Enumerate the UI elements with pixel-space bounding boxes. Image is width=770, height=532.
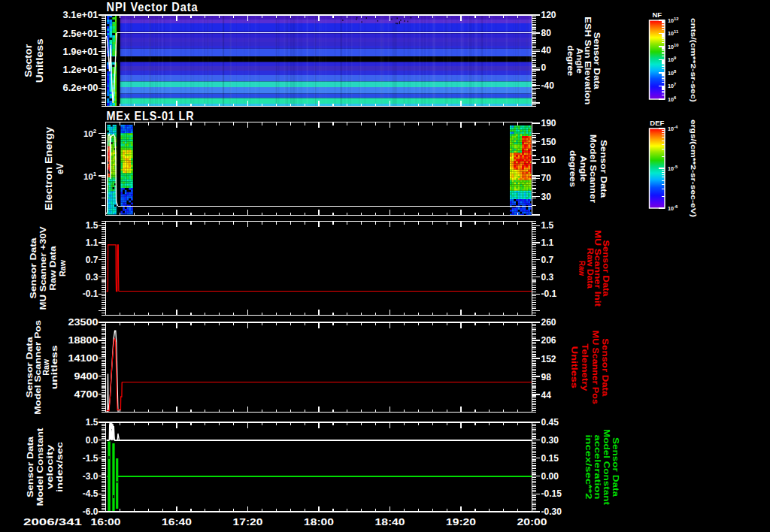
svg-text:ergs/(cm**2-sr-sec-eV): ergs/(cm**2-sr-sec-eV)	[690, 119, 696, 217]
svg-text:1.5: 1.5	[86, 417, 99, 428]
svg-text:17:20: 17:20	[233, 516, 263, 527]
svg-text:cnts/(cm**2-sr-sec): cnts/(cm**2-sr-sec)	[690, 18, 696, 102]
svg-text:14100: 14100	[68, 353, 99, 364]
svg-text:1.1: 1.1	[541, 237, 554, 248]
svg-text:0.30: 0.30	[541, 435, 559, 446]
svg-text:MEx ELS-01 LR: MEx ELS-01 LR	[107, 109, 195, 122]
svg-text:-1.5: -1.5	[83, 453, 99, 464]
svg-text:MU Scanner +30V: MU Scanner +30V	[38, 226, 47, 310]
svg-text:Sensor Data: Sensor Data	[593, 32, 602, 90]
svg-text:2.5e+01: 2.5e+01	[63, 29, 99, 39]
svg-text:98: 98	[541, 372, 552, 382]
svg-text:206: 206	[541, 335, 556, 346]
svg-text:18:40: 18:40	[375, 516, 405, 527]
svg-text:acceleration: acceleration	[593, 435, 602, 500]
svg-text:DEF: DEF	[650, 119, 664, 127]
svg-text:6.2e+00: 6.2e+00	[63, 83, 99, 93]
svg-text:40: 40	[541, 45, 552, 56]
svg-text:190: 190	[541, 118, 556, 128]
svg-text:velocity: velocity	[45, 444, 54, 489]
svg-text:1.5: 1.5	[86, 220, 99, 231]
svg-text:2006/341: 2006/341	[23, 516, 83, 527]
svg-text:-4.5: -4.5	[83, 488, 99, 499]
svg-text:0.45: 0.45	[541, 417, 559, 428]
svg-text:1.5: 1.5	[541, 220, 554, 231]
svg-text:0.00: 0.00	[541, 471, 559, 482]
svg-text:1.1: 1.1	[86, 237, 99, 248]
svg-text:0.7: 0.7	[86, 255, 99, 265]
svg-text:Angle: Angle	[575, 48, 584, 74]
svg-text:110: 110	[541, 155, 556, 165]
svg-text:Sensor Data: Sensor Data	[29, 237, 38, 299]
svg-text:NPI Vector Data: NPI Vector Data	[107, 0, 199, 14]
svg-text:eV: eV	[55, 162, 65, 174]
svg-text:index/sec: index/sec	[55, 441, 64, 492]
svg-text:Model Constant: Model Constant	[35, 428, 44, 506]
svg-text:23500: 23500	[68, 317, 99, 328]
svg-text:Raw Data: Raw Data	[48, 246, 57, 291]
svg-text:Model Constant: Model Constant	[602, 429, 611, 505]
svg-text:1.2e+01: 1.2e+01	[63, 65, 99, 75]
svg-text:Sensor Data: Sensor Data	[611, 437, 620, 497]
svg-text:Sector: Sector	[24, 44, 35, 77]
svg-text:-40: -40	[541, 80, 555, 91]
svg-text:degrees: degrees	[568, 150, 578, 187]
svg-text:Unitless: Unitless	[570, 346, 579, 388]
svg-text:9400: 9400	[74, 371, 99, 382]
svg-text:Sensor Data: Sensor Data	[599, 140, 608, 198]
svg-text:Electron Energy: Electron Energy	[44, 127, 54, 210]
svg-text:ESH Sun Elevation: ESH Sun Elevation	[584, 17, 593, 104]
svg-text:-0.15: -0.15	[541, 488, 562, 499]
svg-text:150: 150	[541, 137, 556, 147]
svg-text:MU Scanner Pos: MU Scanner Pos	[591, 331, 600, 404]
svg-text:-3.0: -3.0	[83, 471, 99, 482]
svg-text:Raw: Raw	[578, 261, 587, 277]
svg-text:19:20: 19:20	[446, 516, 476, 527]
svg-text:44: 44	[541, 390, 552, 401]
svg-text:0.15: 0.15	[541, 453, 559, 464]
svg-text:NF: NF	[652, 11, 662, 19]
svg-text:120: 120	[541, 10, 556, 20]
svg-text:30: 30	[541, 192, 552, 202]
svg-text:18:00: 18:00	[304, 516, 334, 527]
svg-text:80: 80	[541, 28, 552, 38]
svg-text:70: 70	[541, 173, 552, 183]
svg-text:20:00: 20:00	[517, 516, 547, 527]
svg-text:260: 260	[541, 317, 556, 328]
svg-text:Model Scanner: Model Scanner	[589, 135, 598, 204]
svg-text:incex/sec**2: incex/sec**2	[584, 435, 593, 500]
svg-text:Telemetry: Telemetry	[581, 343, 590, 391]
svg-text:152: 152	[541, 354, 556, 364]
svg-text:0: 0	[541, 62, 547, 73]
svg-text:Sensor Data: Sensor Data	[601, 338, 610, 397]
svg-text:1.9e+01: 1.9e+01	[63, 47, 99, 57]
svg-text:0.7: 0.7	[541, 255, 554, 265]
svg-text:Sensor Data: Sensor Data	[26, 436, 35, 497]
svg-text:unitless: unitless	[50, 345, 59, 389]
svg-text:0.0: 0.0	[86, 435, 99, 446]
svg-text:4700: 4700	[74, 389, 99, 400]
svg-text:16:00: 16:00	[91, 516, 121, 527]
svg-text:Raw: Raw	[58, 260, 67, 277]
svg-text:0.3: 0.3	[86, 272, 99, 283]
svg-text:degree: degree	[566, 45, 575, 76]
svg-text:Unitless: Unitless	[35, 38, 46, 83]
svg-text:0.3: 0.3	[541, 272, 554, 283]
svg-text:18800: 18800	[68, 335, 99, 346]
svg-text:-0.1: -0.1	[541, 289, 557, 299]
svg-text:3.1e+01: 3.1e+01	[63, 10, 99, 20]
svg-text:-0.1: -0.1	[83, 289, 99, 299]
svg-text:Angle: Angle	[579, 156, 588, 182]
svg-text:16:40: 16:40	[162, 516, 192, 527]
